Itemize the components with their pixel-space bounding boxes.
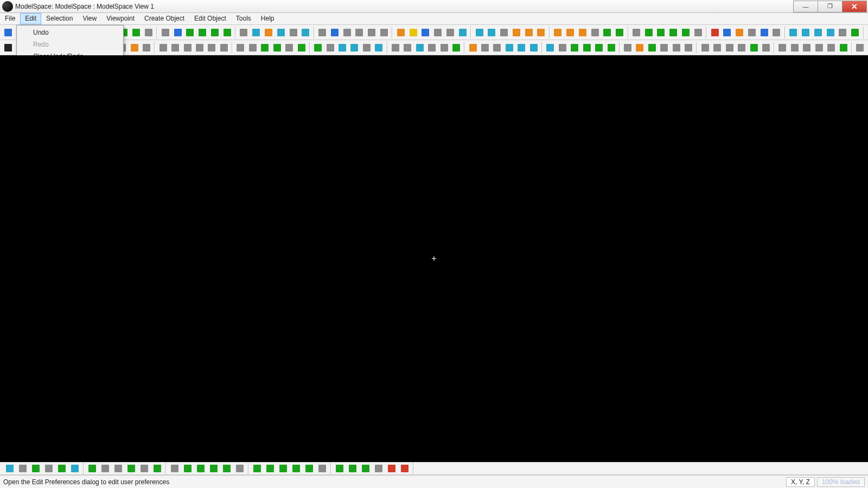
tb2-btn-57[interactable] (736, 42, 747, 54)
tb1-btn-34[interactable] (445, 27, 456, 38)
tb1-btn-60[interactable] (788, 27, 799, 38)
tb2-btn-12[interactable] (157, 42, 168, 54)
menu-selection[interactable]: Selection (41, 13, 78, 24)
tb2-btn-16[interactable] (206, 42, 217, 54)
maximize-button[interactable]: ❐ (818, 1, 843, 12)
tb3-btn-5[interactable] (69, 463, 81, 474)
tb1-btn-30[interactable] (395, 27, 406, 38)
tb2-btn-19[interactable] (247, 42, 258, 54)
tb1-btn-35[interactable] (457, 27, 468, 38)
tb2-btn-56[interactable] (724, 42, 735, 54)
tb2-btn-47[interactable] (605, 42, 616, 54)
tb3-btn-19[interactable] (264, 463, 276, 474)
tb3-btn-4[interactable] (56, 463, 68, 474)
tb1-btn-59[interactable] (771, 27, 782, 38)
menu-edit[interactable]: Edit (20, 13, 41, 24)
tb2-btn-27[interactable] (349, 42, 360, 54)
menu-file[interactable]: File (0, 13, 20, 24)
tb1-btn-50[interactable] (655, 27, 667, 38)
tb3-btn-20[interactable] (277, 463, 289, 474)
tb3-btn-3[interactable] (43, 463, 55, 474)
tb2-btn-63[interactable] (814, 42, 825, 54)
tb1-btn-62[interactable] (812, 27, 824, 38)
tb2-btn-37[interactable] (480, 42, 490, 54)
tb3-btn-11[interactable] (151, 463, 163, 474)
tb2-btn-50[interactable] (647, 42, 658, 54)
tb2-btn-20[interactable] (259, 42, 270, 54)
tb1-btn-52[interactable] (680, 27, 692, 38)
tb3-btn-25[interactable] (347, 463, 359, 474)
tb1-btn-51[interactable] (668, 27, 679, 38)
tb1-btn-61[interactable] (800, 27, 812, 38)
menu-create-object[interactable]: Create Object (139, 13, 189, 24)
tb2-btn-24[interactable] (312, 42, 323, 54)
tb3-btn-28[interactable] (386, 463, 398, 474)
tb2-btn-21[interactable] (272, 42, 283, 54)
tb1-btn-11[interactable] (143, 27, 155, 38)
tb2-btn-54[interactable] (699, 42, 710, 54)
tb1-btn-57[interactable] (746, 27, 758, 38)
tb3-btn-13[interactable] (182, 463, 194, 474)
tb2-btn-29[interactable] (373, 42, 384, 54)
tb1-btn-22[interactable] (288, 27, 299, 38)
edit-menu-undo[interactable]: Undo (18, 27, 122, 38)
tb1-btn-33[interactable] (432, 27, 444, 38)
tb1-btn-17[interactable] (221, 27, 233, 38)
tb1-btn-63[interactable] (825, 27, 836, 38)
tb2-btn-14[interactable] (182, 42, 193, 54)
tb2-btn-46[interactable] (593, 42, 604, 54)
tb3-btn-21[interactable] (290, 463, 302, 474)
tb2-btn-31[interactable] (402, 42, 413, 54)
tb1-btn-65[interactable] (850, 27, 861, 38)
tb1-btn-12[interactable] (159, 27, 171, 38)
tb2-btn-30[interactable] (390, 42, 401, 54)
tb2-btn-53[interactable] (683, 42, 694, 54)
menu-view[interactable]: View (78, 13, 101, 24)
tb1-btn-27[interactable] (354, 27, 365, 38)
tb1-btn-40[interactable] (523, 27, 534, 38)
tb2-btn-35[interactable] (451, 42, 462, 54)
viewport[interactable]: + (0, 55, 868, 462)
tb1-btn-29[interactable] (379, 27, 390, 38)
tb2-btn-34[interactable] (438, 42, 449, 54)
tb1-btn-54[interactable] (709, 27, 720, 38)
tb3-btn-6[interactable] (86, 463, 98, 474)
tb2-btn-18[interactable] (235, 42, 246, 54)
tb1-btn-41[interactable] (535, 27, 547, 38)
close-button[interactable]: ✕ (842, 1, 867, 12)
tb2-btn-39[interactable] (504, 42, 515, 54)
tb3-btn-29[interactable] (399, 463, 411, 474)
tb1-btn-25[interactable] (329, 27, 341, 38)
tb2-btn-43[interactable] (557, 42, 567, 54)
tb2-btn-22[interactable] (284, 42, 295, 54)
tb1-btn-32[interactable] (420, 27, 431, 38)
tb1-btn-31[interactable] (407, 27, 419, 38)
tb1-btn-58[interactable] (758, 27, 770, 38)
tb1-btn-37[interactable] (486, 27, 497, 38)
tb3-btn-22[interactable] (303, 463, 315, 474)
tb1-btn-15[interactable] (197, 27, 208, 38)
tb1-btn-42[interactable] (552, 27, 564, 38)
tb2-btn-62[interactable] (801, 42, 812, 54)
tb1-btn-14[interactable] (184, 27, 196, 38)
tb2-btn-55[interactable] (712, 42, 723, 54)
tb2-btn-58[interactable] (748, 42, 759, 54)
tb1-btn-53[interactable] (692, 27, 704, 38)
tb1-btn-16[interactable] (209, 27, 221, 38)
tb1-btn-23[interactable] (300, 27, 311, 38)
tb1-btn-43[interactable] (565, 27, 576, 38)
tb3-btn-8[interactable] (112, 463, 124, 474)
tb2-btn-36[interactable] (467, 42, 478, 54)
tb3-btn-24[interactable] (334, 463, 346, 474)
tb1-btn-49[interactable] (643, 27, 654, 38)
tb3-btn-26[interactable] (360, 463, 372, 474)
tb2-btn-26[interactable] (337, 42, 348, 54)
tb1-btn-39[interactable] (510, 27, 522, 38)
tb2-btn-51[interactable] (659, 42, 669, 54)
tb3-btn-16[interactable] (221, 463, 233, 474)
tb1-btn-38[interactable] (499, 27, 510, 38)
tb2-btn-61[interactable] (789, 42, 800, 54)
tb2-btn-42[interactable] (545, 42, 556, 54)
tb1-btn-47[interactable] (614, 27, 626, 38)
tb3-btn-23[interactable] (316, 463, 328, 474)
